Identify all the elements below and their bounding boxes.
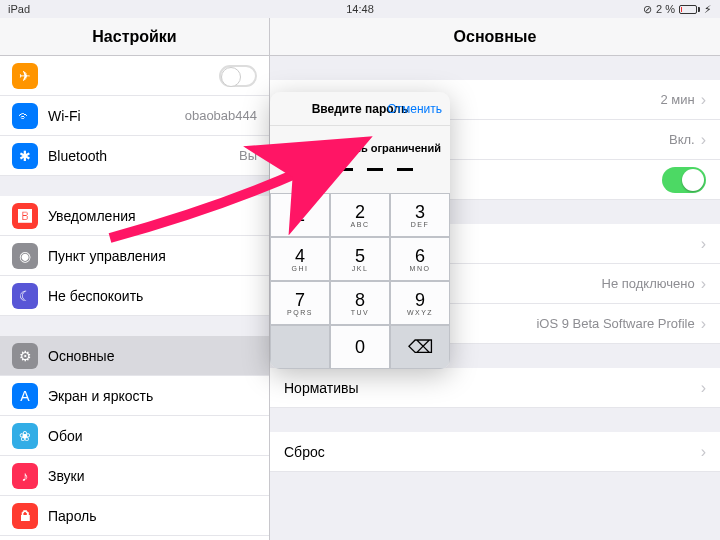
sidebar: Настройки ✈︎ ᯤ Wi-Fi obaobab444✱ Bluetoo… bbox=[0, 18, 270, 540]
key-letters: DEF bbox=[411, 221, 430, 228]
sidebar-item[interactable]: A Экран и яркость bbox=[0, 376, 269, 416]
row-value: 2 мин bbox=[660, 92, 694, 107]
row-label: Нормативы bbox=[284, 380, 701, 396]
cancel-button[interactable]: Отменить bbox=[387, 102, 442, 116]
keypad-key-0[interactable]: 0 bbox=[330, 325, 390, 369]
sidebar-item-label: Пароль bbox=[48, 508, 257, 524]
clock: 14:48 bbox=[346, 3, 374, 15]
row-icon: 🔒︎ bbox=[12, 503, 38, 529]
charging-icon: ⚡︎ bbox=[704, 3, 712, 16]
sidebar-item-label: Основные bbox=[48, 348, 257, 364]
row-icon: A bbox=[12, 383, 38, 409]
key-number: 7 bbox=[295, 291, 305, 309]
keypad-key-2[interactable]: 2ABC bbox=[330, 193, 390, 237]
chevron-right-icon: › bbox=[701, 275, 706, 293]
row-value: Не подключено bbox=[602, 276, 695, 291]
sidebar-item[interactable]: 🔒︎ Пароль bbox=[0, 496, 269, 536]
row-icon: ᯤ bbox=[12, 103, 38, 129]
passcode-modal: Введите пароль Отменить Введите пароль о… bbox=[270, 92, 450, 369]
row-label: Сброс bbox=[284, 444, 701, 460]
do-not-disturb-icon: ⊘ bbox=[643, 3, 652, 16]
sidebar-item-label: Звуки bbox=[48, 468, 257, 484]
chevron-right-icon: › bbox=[701, 443, 706, 461]
key-letters: JKL bbox=[352, 265, 369, 272]
keypad-backspace[interactable]: ⌫ bbox=[390, 325, 450, 369]
sidebar-item[interactable]: ❀ Обои bbox=[0, 416, 269, 456]
keypad-key-7[interactable]: 7PQRS bbox=[270, 281, 330, 325]
row-icon: ☾ bbox=[12, 283, 38, 309]
keypad-key-9[interactable]: 9WXYZ bbox=[390, 281, 450, 325]
sidebar-item-label: Wi-Fi bbox=[48, 108, 175, 124]
pin-slot bbox=[307, 168, 323, 171]
key-number: 4 bbox=[295, 247, 305, 265]
sidebar-title: Настройки bbox=[0, 18, 269, 56]
sidebar-item-value: Вы bbox=[239, 148, 257, 163]
key-number: 9 bbox=[415, 291, 425, 309]
sidebar-item-value: obaobab444 bbox=[185, 108, 257, 123]
backspace-icon: ⌫ bbox=[408, 338, 433, 356]
row-icon: ♪ bbox=[12, 463, 38, 489]
row-icon: 🅱︎ bbox=[12, 203, 38, 229]
key-number: 6 bbox=[415, 247, 425, 265]
pin-entry bbox=[270, 164, 450, 193]
keypad: 12ABC3DEF4GHI5JKL6MNO7PQRS8TUV9WXYZ0⌫ bbox=[270, 193, 450, 369]
key-letters: ABC bbox=[351, 221, 370, 228]
main-title: Основные bbox=[270, 18, 720, 56]
sidebar-item[interactable]: ✱ Bluetooth Вы bbox=[0, 136, 269, 176]
key-number: 5 bbox=[355, 247, 365, 265]
chevron-right-icon: › bbox=[701, 235, 706, 253]
sidebar-item[interactable]: ▮ Аккумулятор bbox=[0, 536, 269, 540]
row-value: iOS 9 Beta Software Profile bbox=[536, 316, 694, 331]
sidebar-item-label: Bluetooth bbox=[48, 148, 229, 164]
row-value: Вкл. bbox=[669, 132, 695, 147]
sidebar-item-label: Обои bbox=[48, 428, 257, 444]
key-letters: MNO bbox=[410, 265, 431, 272]
settings-row[interactable]: Сброс› bbox=[270, 432, 720, 472]
key-number: 2 bbox=[355, 203, 365, 221]
sidebar-item-label: Экран и яркость bbox=[48, 388, 257, 404]
row-icon: ◉ bbox=[12, 243, 38, 269]
device-label: iPad bbox=[8, 3, 30, 15]
keypad-key-4[interactable]: 4GHI bbox=[270, 237, 330, 281]
keypad-key-5[interactable]: 5JKL bbox=[330, 237, 390, 281]
key-number: 1 bbox=[295, 206, 305, 224]
chevron-right-icon: › bbox=[701, 131, 706, 149]
chevron-right-icon: › bbox=[701, 91, 706, 109]
modal-subtitle: Введите пароль ограничений bbox=[270, 126, 450, 164]
keypad-key-8[interactable]: 8TUV bbox=[330, 281, 390, 325]
pin-slot bbox=[397, 168, 413, 171]
status-bar: iPad 14:48 ⊘ 2 % ⚡︎ bbox=[0, 0, 720, 18]
key-letters: PQRS bbox=[287, 309, 313, 316]
row-icon: ✱ bbox=[12, 143, 38, 169]
sidebar-item[interactable]: ⚙︎ Основные bbox=[0, 336, 269, 376]
key-number: 0 bbox=[355, 338, 365, 356]
airplane-toggle[interactable] bbox=[219, 65, 257, 87]
key-number: 8 bbox=[355, 291, 365, 309]
settings-row[interactable]: Нормативы› bbox=[270, 368, 720, 408]
row-icon: ❀ bbox=[12, 423, 38, 449]
sidebar-item[interactable]: ☾ Не беспокоить bbox=[0, 276, 269, 316]
sidebar-item[interactable]: ♪ Звуки bbox=[0, 456, 269, 496]
chevron-right-icon: › bbox=[701, 315, 706, 333]
sidebar-item[interactable]: 🅱︎ Уведомления bbox=[0, 196, 269, 236]
sidebar-item-airplane[interactable]: ✈︎ bbox=[0, 56, 269, 96]
sidebar-item[interactable]: ◉ Пункт управления bbox=[0, 236, 269, 276]
pin-slot bbox=[367, 168, 383, 171]
keypad-blank bbox=[270, 325, 330, 369]
key-number: 3 bbox=[415, 203, 425, 221]
keypad-key-1[interactable]: 1 bbox=[270, 193, 330, 237]
key-letters: WXYZ bbox=[407, 309, 433, 316]
sidebar-item-label: Уведомления bbox=[48, 208, 257, 224]
chevron-right-icon: › bbox=[701, 379, 706, 397]
pin-slot bbox=[337, 168, 353, 171]
row-switch[interactable] bbox=[662, 167, 706, 193]
key-letters: TUV bbox=[351, 309, 370, 316]
keypad-key-3[interactable]: 3DEF bbox=[390, 193, 450, 237]
row-icon: ⚙︎ bbox=[12, 343, 38, 369]
sidebar-item-label: Пункт управления bbox=[48, 248, 257, 264]
battery-icon bbox=[679, 5, 700, 14]
battery-pct: 2 % bbox=[656, 3, 675, 15]
airplane-icon: ✈︎ bbox=[12, 63, 38, 89]
sidebar-item[interactable]: ᯤ Wi-Fi obaobab444 bbox=[0, 96, 269, 136]
keypad-key-6[interactable]: 6MNO bbox=[390, 237, 450, 281]
